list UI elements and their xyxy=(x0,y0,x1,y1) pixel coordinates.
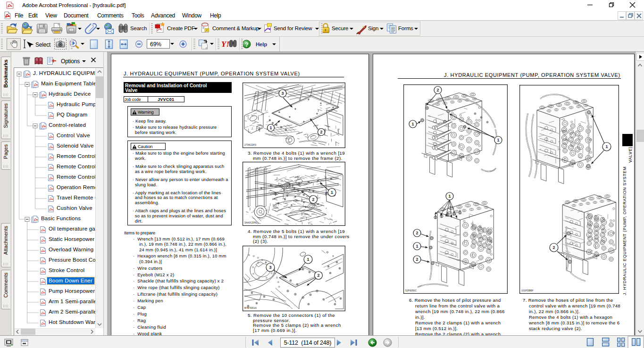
svg-text:3AA0CDFE: 3AA0CDFE xyxy=(244,221,257,224)
svg-text:101FDBBF: 101FDBBF xyxy=(521,289,534,292)
svg-text:Y!: Y! xyxy=(221,40,229,49)
svg-text:?: ? xyxy=(245,41,249,48)
svg-text:1: 1 xyxy=(497,138,499,142)
svg-text:1: 1 xyxy=(269,125,272,130)
svg-text:2: 2 xyxy=(436,88,439,92)
svg-text:3: 3 xyxy=(269,265,271,270)
svg-text:2: 2 xyxy=(317,273,319,278)
svg-text:2: 2 xyxy=(312,197,314,202)
svg-text:1: 1 xyxy=(331,190,333,195)
svg-text:2: 2 xyxy=(416,231,418,235)
svg-text:2: 2 xyxy=(552,245,555,250)
svg-text:1: 1 xyxy=(605,144,608,149)
svg-text:52F6050C: 52F6050C xyxy=(405,289,417,292)
svg-text:2736CDF0: 2736CDF0 xyxy=(244,143,256,146)
svg-text:2: 2 xyxy=(416,257,418,262)
svg-text:1: 1 xyxy=(411,122,414,126)
svg-text:B7B7DF2A: B7B7DF2A xyxy=(244,307,257,309)
svg-text:3: 3 xyxy=(281,91,284,96)
svg-text:1: 1 xyxy=(448,194,451,199)
svg-text:2: 2 xyxy=(320,130,322,134)
svg-text:1: 1 xyxy=(307,257,309,262)
svg-text:1: 1 xyxy=(416,244,418,249)
